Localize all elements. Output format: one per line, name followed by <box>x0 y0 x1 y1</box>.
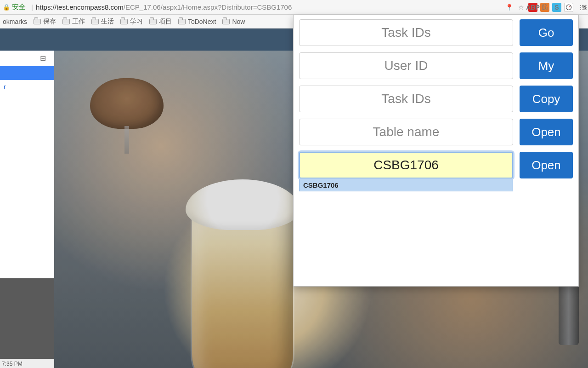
autocomplete-suggestion[interactable]: CSBG1706 <box>299 179 513 191</box>
bookmark-folder[interactable]: Now <box>222 18 245 25</box>
popup-row-taskids-copy: Copy <box>299 86 573 112</box>
popup-row-userid-my: My <box>299 52 573 79</box>
address-bar: 🔒 安全 | https://test.encompass8.com /ECP_… <box>0 0 588 15</box>
table-name-input[interactable] <box>299 119 513 145</box>
bookmark-folder[interactable]: 工作 <box>62 17 85 26</box>
lock-icon: 🔒 <box>3 4 10 11</box>
bookmark-label: 保存 <box>43 17 56 26</box>
folder-icon <box>34 19 41 24</box>
decorative-beer-glass <box>178 175 307 368</box>
bookmark-label: Now <box>232 18 245 25</box>
sidebar: ⊟ r 7:35 PM <box>0 51 54 368</box>
sidebar-subitem-label: r <box>4 83 6 91</box>
secure-label: 安全 <box>12 3 26 12</box>
open-table-button[interactable]: Open <box>520 119 573 145</box>
bookmark-label: 工作 <box>72 17 85 26</box>
my-button[interactable]: My <box>520 52 573 79</box>
sidebar-item-selected[interactable] <box>0 66 54 80</box>
bookmark-folder[interactable]: 学习 <box>120 17 143 26</box>
bookmarks-leading-text: okmarks <box>3 18 27 25</box>
status-clock: 7:35 PM <box>0 359 54 368</box>
folder-icon <box>222 19 230 24</box>
distributor-input[interactable] <box>299 152 513 178</box>
task-ids-copy-input[interactable] <box>299 86 513 112</box>
url-host[interactable]: https://test.encompass8.com <box>36 3 124 11</box>
popup-row-tablename-open: Open <box>299 119 573 145</box>
bookmark-label: 项目 <box>159 17 172 26</box>
popup-row-taskids-go: Go <box>299 19 573 46</box>
extension-orange-icon[interactable]: 筋 <box>540 3 549 12</box>
pin-icon[interactable]: 📍 <box>504 3 514 12</box>
user-id-input[interactable] <box>299 52 513 79</box>
copy-button[interactable]: Copy <box>520 86 573 112</box>
decorative-wine-glass <box>81 78 173 161</box>
folder-icon <box>178 19 186 24</box>
bookmark-label: 学习 <box>130 17 143 26</box>
bookmark-folder[interactable]: 项目 <box>149 17 172 26</box>
go-button[interactable]: Go <box>520 19 573 46</box>
open-distributor-button[interactable]: Open <box>520 152 573 178</box>
collapse-icon: ⊟ <box>40 54 46 63</box>
popup-row-distributor-open: Open CSBG1706 <box>299 152 573 178</box>
cut-off-text: 签 <box>582 0 588 15</box>
folder-icon <box>91 19 99 24</box>
extension-adblock-icon[interactable]: ABP <box>528 3 537 12</box>
extension-active-icon[interactable] <box>564 3 573 12</box>
bookmark-folder[interactable]: ToDoNext <box>178 18 216 25</box>
separator: | <box>31 3 33 11</box>
folder-icon <box>120 19 128 24</box>
bookmark-folder[interactable]: 保存 <box>34 17 56 26</box>
bookmark-label: ToDoNext <box>188 18 216 25</box>
extension-skype-icon[interactable]: S <box>552 3 561 12</box>
bookmark-label: 生活 <box>101 17 114 26</box>
sidebar-bottom-panel <box>0 278 54 359</box>
sidebar-collapse-button[interactable]: ⊟ <box>0 51 54 66</box>
popup-blank-area <box>344 194 509 280</box>
bookmark-folder[interactable]: 生活 <box>91 17 114 26</box>
url-path[interactable]: /ECP_17.06/aspx1/Home.aspx?Distributor=C… <box>124 3 292 11</box>
task-ids-input[interactable] <box>299 19 513 46</box>
sidebar-subitem[interactable]: r <box>0 80 54 94</box>
folder-icon <box>62 19 70 24</box>
folder-icon <box>149 19 157 24</box>
bookmark-star-icon[interactable]: ☆ <box>516 3 526 12</box>
extension-popup: Go My Copy Open Open CSBG1706 <box>293 15 579 287</box>
